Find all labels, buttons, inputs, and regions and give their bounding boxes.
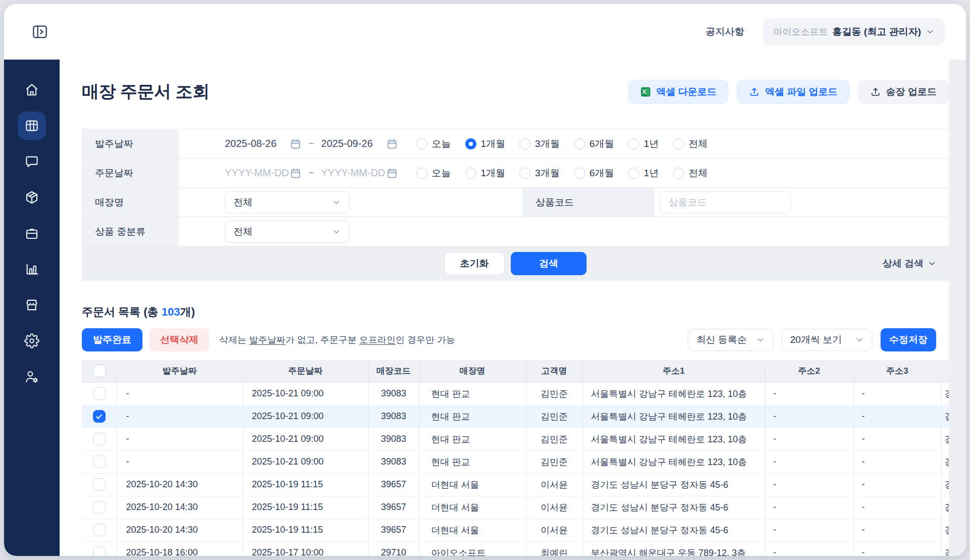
cell-store_code: 39083 (368, 450, 419, 473)
row-checkbox[interactable] (93, 387, 106, 400)
product-code-input[interactable] (660, 191, 791, 214)
advanced-search-toggle[interactable]: 상세 검색 (883, 246, 937, 281)
cell-store_code: 39657 (368, 519, 419, 541)
radio-order_date-3개월[interactable]: 3개월 (519, 137, 560, 150)
cell-customer: 김민준 (526, 450, 583, 473)
select-all-checkbox[interactable] (93, 365, 106, 377)
user-menu[interactable]: 아이오소프트 홍길동 (최고 관리자) (763, 18, 945, 45)
radio-circle-icon[interactable] (519, 168, 530, 179)
radio-purchase_date-오늘[interactable]: 오늘 (416, 167, 451, 180)
radio-purchase_date-1년[interactable]: 1년 (628, 167, 659, 180)
row-checkbox[interactable] (93, 501, 106, 514)
calendar-icon[interactable] (289, 167, 302, 179)
range-tilde: ~ (309, 138, 314, 149)
sidebar-item-orders[interactable] (18, 112, 46, 140)
cell-addr3: - (853, 519, 941, 541)
table-row[interactable]: 2025-10-18 16:002025-10-17 10:0029710아이오… (82, 541, 949, 556)
calendar-icon[interactable] (386, 167, 398, 179)
vertical-scrollbar-track[interactable] (949, 60, 966, 556)
radio-circle-icon[interactable] (574, 168, 585, 179)
sidebar-item-stores[interactable] (18, 291, 46, 319)
store-name-select[interactable]: 전체 (225, 191, 350, 214)
cell-order_date: - (117, 382, 243, 405)
table-row[interactable]: 2025-10-20 14:302025-10-19 11:1539657더현대… (82, 496, 949, 519)
table-header-row: 발주날짜주문날짜매장코드매장명고객명주소1주소2주소3 (82, 360, 949, 382)
cell-addr2: - (765, 450, 853, 473)
radio-order_date-오늘[interactable]: 오늘 (416, 137, 451, 150)
sidebar-item-analytics[interactable] (18, 255, 46, 283)
row-checkbox[interactable] (93, 455, 106, 468)
radio-circle-icon[interactable] (416, 138, 427, 149)
sidebar-item-settings[interactable] (18, 327, 46, 355)
sort-order-select[interactable]: 최신 등록순 (688, 329, 773, 351)
delete-selected-button[interactable]: 선택삭제 (150, 328, 209, 351)
order-complete-button[interactable]: 발주완료 (82, 328, 142, 351)
radio-circle-icon[interactable] (628, 168, 639, 179)
cell-purchase_date: 2025-10-21 09:00 (243, 382, 368, 405)
cell-order_date: - (117, 428, 243, 450)
row-checkbox[interactable] (93, 433, 106, 445)
invoice-upload-button[interactable]: 송장 업로드 (858, 80, 949, 104)
radio-circle-icon[interactable] (628, 138, 639, 149)
excel-download-button[interactable]: X 엑셀 다운로드 (628, 80, 729, 104)
radio-order_date-1개월[interactable]: 1개월 (465, 137, 506, 150)
table-row[interactable]: -2025-10-21 09:0039083현대 판교김민준서울특별시 강남구 … (82, 382, 949, 405)
bar-chart-icon (24, 262, 39, 277)
cell-customer: 이서윤 (526, 519, 583, 541)
radio-label: 3개월 (535, 167, 560, 180)
column-header-addr3: 주소3 (853, 360, 941, 382)
row-checkbox[interactable] (93, 410, 106, 423)
row-checkbox[interactable] (93, 524, 106, 536)
radio-purchase_date-1개월[interactable]: 1개월 (465, 167, 506, 180)
calendar-icon[interactable] (289, 138, 302, 150)
sidebar-item-products[interactable] (18, 183, 46, 212)
radio-circle-icon[interactable] (574, 138, 585, 149)
radio-purchase_date-전체[interactable]: 전체 (673, 167, 708, 180)
notice-link[interactable]: 공지사항 (706, 25, 744, 38)
cell-addr2: - (765, 541, 853, 556)
radio-purchase_date-3개월[interactable]: 3개월 (519, 167, 560, 180)
select-all-header[interactable] (82, 360, 117, 382)
reset-button[interactable]: 초기화 (444, 252, 505, 275)
cell-addr2: - (765, 382, 853, 405)
radio-circle-icon[interactable] (673, 138, 684, 149)
sidebar-item-messages[interactable] (18, 147, 46, 176)
row-checkbox[interactable] (93, 478, 106, 491)
sidebar-item-home[interactable] (18, 76, 46, 104)
radio-order_date-6개월[interactable]: 6개월 (574, 137, 614, 150)
radio-order_date-전체[interactable]: 전체 (673, 137, 708, 150)
radio-circle-icon[interactable] (673, 168, 684, 179)
radio-circle-icon[interactable] (416, 168, 427, 179)
radio-circle-icon[interactable] (465, 138, 476, 149)
table-row[interactable]: -2025-10-21 09:0039083현대 판교김민준서울특별시 강남구 … (82, 428, 949, 450)
radio-order_date-1년[interactable]: 1년 (628, 137, 659, 150)
cell-select (82, 405, 117, 428)
table-row[interactable]: -2025-10-21 09:0039083현대 판교김민준서울특별시 강남구 … (82, 450, 949, 473)
save-edits-button[interactable]: 수정저장 (881, 328, 936, 351)
cell-order_date: - (117, 450, 243, 473)
purchase-date-to-input[interactable]: YYYY-MM-DD (321, 167, 386, 179)
cell-extra: 경 (941, 382, 949, 405)
order-date-to-input[interactable]: 2025-09-26 (321, 138, 386, 149)
product-category-select[interactable]: 전체 (225, 221, 350, 243)
sidebar-toggle-button[interactable] (31, 23, 48, 40)
calendar-icon[interactable] (386, 138, 398, 150)
purchase-date-from-input[interactable]: YYYY-MM-DD (225, 167, 289, 179)
table-row[interactable]: 2025-10-20 14:302025-10-19 11:1539657더현대… (82, 519, 949, 541)
radio-purchase_date-6개월[interactable]: 6개월 (574, 167, 614, 180)
settings-gear-icon (24, 333, 39, 348)
cell-addr2: - (765, 405, 853, 428)
table-row[interactable]: 2025-10-20 14:302025-10-19 11:1539657더현대… (82, 473, 949, 496)
page-size-select[interactable]: 20개씩 보기 (782, 329, 872, 351)
radio-circle-icon[interactable] (465, 168, 476, 179)
cell-customer: 최예린 (526, 541, 583, 556)
sidebar-item-user-management[interactable] (18, 363, 46, 391)
order-date-from-input[interactable]: 2025-08-26 (225, 138, 289, 149)
cell-addr1: 경기도 성남시 분당구 정자동 45-6 (583, 473, 765, 496)
sidebar-item-inventory[interactable] (18, 219, 46, 247)
table-row[interactable]: -2025-10-21 09:0039083현대 판교김민준서울특별시 강남구 … (82, 405, 949, 428)
search-button[interactable]: 검색 (511, 252, 587, 275)
excel-upload-button[interactable]: 엑셀 파일 업로드 (737, 80, 850, 104)
row-checkbox[interactable] (93, 546, 106, 556)
radio-circle-icon[interactable] (519, 138, 530, 149)
